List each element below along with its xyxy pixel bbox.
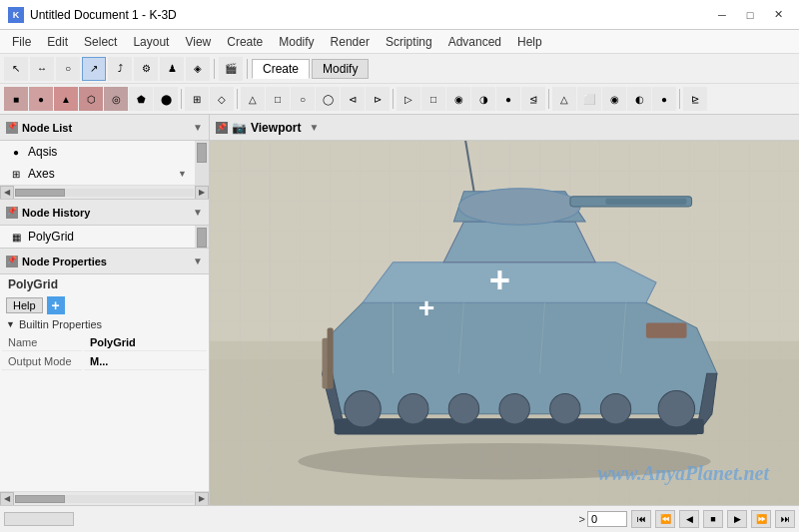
toolbar-area: ↖ ↔ ○ ↗ ⤴ ⚙ ♟ ◈ 🎬 Create Modify ■ ● ▲ ⬡ … [0,54,799,115]
menu-modify[interactable]: Modify [271,33,322,51]
menu-edit[interactable]: Edit [39,33,76,51]
tb-back[interactable]: ⊲ [341,87,365,111]
prop-output-value: M... [84,353,207,370]
menu-select[interactable]: Select [76,33,125,51]
tb-arrow[interactable]: ↖ [4,57,28,81]
tb-person[interactable]: ♟ [160,57,184,81]
node-list-items: ● Aqsis ⊞ Axes ▼ [0,141,195,185]
menu-layout[interactable]: Layout [125,33,177,51]
minimize-button[interactable]: ─ [709,5,735,25]
tb-node[interactable]: ◈ [186,57,210,81]
props-hscroll-left[interactable]: ◀ [0,492,14,506]
tb-last[interactable]: ⊵ [683,87,707,111]
viewport-arrow[interactable]: ▼ [309,122,319,133]
tb-cyl3[interactable]: ⬜ [577,87,601,111]
menu-scripting[interactable]: Scripting [378,33,440,51]
tb-circ2[interactable]: ◉ [446,87,470,111]
node-list-vscroll[interactable] [195,141,209,185]
tb-cone3[interactable]: ◐ [627,87,651,111]
tb-circ[interactable]: ○ [291,87,315,111]
tb-move[interactable]: ↔ [30,57,54,81]
tb-cone-red[interactable]: ▲ [54,87,78,111]
tb-film[interactable]: 🎬 [219,57,243,81]
node-list-vscroll-thumb[interactable] [197,143,207,163]
media-prev-fast[interactable]: ⏪ [655,510,675,528]
menu-file[interactable]: File [4,33,39,51]
media-stop[interactable]: ■ [703,510,723,528]
tb-obj1[interactable]: ⬟ [129,87,153,111]
node-props-header: 📌 Node Properties ▼ [0,249,209,274]
media-prev[interactable]: ◀ [679,510,699,528]
tb-sq[interactable]: □ [266,87,290,111]
tb-extra1[interactable]: ● [652,87,676,111]
tb-arr[interactable]: ⊴ [521,87,545,111]
tb-grid[interactable]: ⊞ [185,87,209,111]
svg-point-6 [458,189,580,226]
hscroll-right-btn[interactable]: ▶ [195,186,209,200]
media-next-fast[interactable]: ⏩ [751,510,771,528]
tb-sq2[interactable]: □ [421,87,445,111]
tb-circle[interactable]: ○ [56,57,80,81]
menu-advanced[interactable]: Advanced [440,33,509,51]
hscroll-track[interactable] [15,189,194,197]
svg-rect-24 [646,323,687,338]
node-list-hscroll: ◀ ▶ [0,185,209,199]
toolbar-row1: ↖ ↔ ○ ↗ ⤴ ⚙ ♟ ◈ 🎬 Create Modify [0,54,799,84]
tb-torus-red[interactable]: ◎ [104,87,128,111]
menu-render[interactable]: Render [323,33,378,51]
node-aqsis[interactable]: ● Aqsis [0,141,195,163]
tb-tri[interactable]: △ [241,87,265,111]
tb-cylinder-red[interactable]: ⬡ [79,87,103,111]
svg-line-9 [463,141,473,192]
node-history-arrow[interactable]: ▼ [193,207,203,218]
builtin-arrow-icon[interactable]: ▼ [6,319,15,329]
props-table: Name PolyGrid Output Mode M... [0,332,209,372]
props-help-button[interactable]: Help [6,297,43,313]
media-skip-start[interactable]: ⏮ [631,510,651,528]
tb-magnet[interactable]: ⚙ [134,57,158,81]
tb-obj2[interactable]: ⬤ [154,87,178,111]
props-hscroll-right[interactable]: ▶ [195,492,209,506]
maximize-button[interactable]: □ [737,5,763,25]
tb-oval[interactable]: ◯ [316,87,340,111]
tab-create[interactable]: Create [252,59,310,79]
node-polygrid[interactable]: ▦ PolyGrid [0,226,195,248]
tb-pointer[interactable]: ↗ [82,57,106,81]
tb-sphere-red[interactable]: ● [29,87,53,111]
close-button[interactable]: ✕ [765,5,791,25]
toolbar-row2: ■ ● ▲ ⬡ ◎ ⬟ ⬤ ⊞ ◇ △ □ ○ ◯ ⊲ ⊳ ▷ □ ◉ ◑ ● … [0,84,799,114]
menubar: File Edit Select Layout View Create Modi… [0,30,799,54]
time-value[interactable]: 0 [587,511,627,527]
tb-tri3[interactable]: △ [552,87,576,111]
node-list-arrow[interactable]: ▼ [193,122,203,133]
time-arrow: > [579,513,585,525]
media-skip-end[interactable]: ⏭ [775,510,795,528]
prop-output-row: Output Mode M... [2,353,207,370]
node-history-header: 📌 Node History ▼ [0,200,209,226]
toolbar-sep1 [214,59,215,79]
node-props-arrow[interactable]: ▼ [193,256,203,266]
tb-diamond[interactable]: ◇ [210,87,234,111]
media-play[interactable]: ▶ [727,510,747,528]
tb-cube[interactable]: ■ [4,87,28,111]
tb-ball3[interactable]: ◉ [602,87,626,111]
node-history-title: Node History [22,207,189,219]
menu-view[interactable]: View [177,33,219,51]
menu-create[interactable]: Create [219,33,271,51]
tb-full[interactable]: ● [496,87,520,111]
tb-lasso[interactable]: ⤴ [108,57,132,81]
tb-tri2[interactable]: ▷ [397,87,420,111]
menu-help[interactable]: Help [509,33,550,51]
hscroll-left-btn[interactable]: ◀ [0,186,14,200]
history-vscroll[interactable] [195,226,209,248]
node-axes[interactable]: ⊞ Axes ▼ [0,163,195,185]
tab-modify[interactable]: Modify [312,59,369,79]
camera-icon: 📷 [232,121,247,135]
node-properties-section: 📌 Node Properties ▼ PolyGrid Help + ▼ Bu… [0,249,209,505]
props-add-button[interactable]: + [47,296,65,314]
props-hscroll-track[interactable] [15,495,194,503]
history-vscroll-thumb[interactable] [197,228,207,248]
tb-fwd[interactable]: ⊳ [366,87,390,111]
viewport-canvas[interactable]: + + www.AnyaPlane [210,141,799,505]
tb-half[interactable]: ◑ [471,87,495,111]
